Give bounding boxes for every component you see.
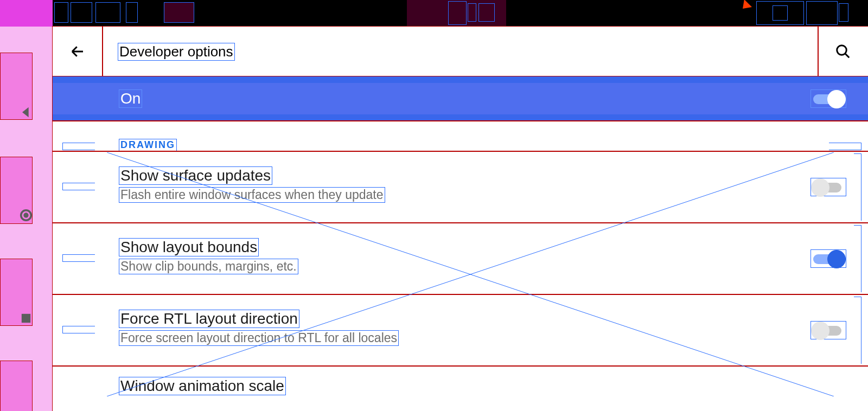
statusbar-bounds-rect <box>468 3 476 22</box>
toggle-thumb <box>811 322 829 340</box>
section-header: DRAWING <box>53 121 868 151</box>
statusbar-bounds-rect <box>54 2 68 23</box>
action-bar-title-area: Developer options <box>103 27 818 76</box>
statusbar-caret-icon <box>739 0 752 12</box>
navrail-margin <box>0 361 33 411</box>
statusbar-bounds-rect <box>773 5 788 21</box>
setting-row-window-animation-scale[interactable]: Window animation scale <box>53 366 868 411</box>
bounds-corner <box>62 143 95 150</box>
svg-point-1 <box>23 213 28 217</box>
settings-list: Show surface updates Flash entire window… <box>53 151 868 411</box>
statusbar-bounds-rect <box>95 2 120 23</box>
nav-back-button[interactable] <box>7 86 46 138</box>
master-switch-label: On <box>119 89 142 108</box>
bounds-corner <box>62 254 95 262</box>
svg-point-3 <box>837 46 847 55</box>
setting-toggle[interactable] <box>810 249 846 268</box>
setting-title: Show surface updates <box>119 166 272 185</box>
setting-toggle[interactable] <box>810 178 846 196</box>
statusbar-bounds-rect <box>478 3 495 22</box>
status-bar <box>0 0 868 27</box>
toggle-thumb <box>827 250 846 268</box>
search-button[interactable] <box>818 27 868 76</box>
statusbar-bounds-rect <box>71 2 92 23</box>
setting-row-force-rtl[interactable]: Force RTL layout direction Force screen … <box>53 294 868 366</box>
master-switch-bar[interactable]: On <box>53 76 868 121</box>
statusbar-bounds-rect <box>839 3 848 22</box>
statusbar-corner <box>0 0 53 27</box>
setting-subtitle: Force screen layout direction to RTL for… <box>119 330 399 346</box>
arrow-back-icon <box>69 43 86 60</box>
statusbar-bounds-rect <box>806 1 838 25</box>
statusbar-bounds-rect <box>126 2 138 23</box>
bounds-corner <box>854 225 861 292</box>
bounds-corner <box>854 297 861 364</box>
setting-row-show-layout-bounds[interactable]: Show layout bounds Show clip bounds, mar… <box>53 223 868 294</box>
setting-title: Show layout bounds <box>119 238 259 256</box>
svg-rect-2 <box>22 314 30 323</box>
statusbar-bounds-rect <box>448 1 467 25</box>
setting-title: Force RTL layout direction <box>119 310 299 328</box>
toggle-thumb <box>811 178 829 197</box>
page-title: Developer options <box>118 43 235 61</box>
statusbar-bounds-rect <box>164 2 194 23</box>
master-switch-toggle[interactable] <box>810 89 846 108</box>
navigation-rail <box>0 27 53 411</box>
bounds-corner <box>62 326 95 333</box>
nav-home-button[interactable] <box>7 189 46 241</box>
setting-title: Window animation scale <box>119 377 286 395</box>
toggle-thumb <box>827 90 846 108</box>
circle-home-icon <box>18 208 34 223</box>
bounds-corner <box>62 183 95 190</box>
setting-row-show-surface-updates[interactable]: Show surface updates Flash entire window… <box>53 151 868 223</box>
setting-subtitle: Show clip bounds, margins, etc. <box>119 259 298 274</box>
action-bar: Developer options <box>53 27 868 76</box>
search-icon <box>835 43 851 60</box>
setting-subtitle: Flash entire window surfaces when they u… <box>119 187 385 203</box>
bounds-corner <box>829 143 861 150</box>
square-recents-icon <box>18 311 34 326</box>
setting-toggle[interactable] <box>810 321 846 339</box>
bounds-corner <box>854 153 861 221</box>
nav-recents-button[interactable] <box>7 292 46 344</box>
back-button[interactable] <box>53 27 103 76</box>
section-header-label: DRAWING <box>119 139 177 151</box>
triangle-back-icon <box>18 105 34 120</box>
settings-screen: Developer options On DRAWING Show surfac… <box>53 27 868 411</box>
master-switch-inner: On <box>53 83 868 114</box>
